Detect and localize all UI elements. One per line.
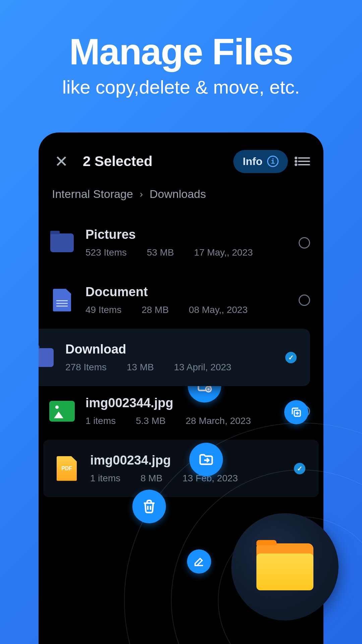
- file-size: 5.3 MB: [136, 416, 166, 426]
- breadcrumb-root[interactable]: Internal Storage: [52, 187, 133, 201]
- list-item[interactable]: Document 49 Items 28 MB 08 May,, 2023: [39, 271, 323, 329]
- file-name: Pictures: [85, 227, 299, 242]
- edit-icon: [193, 555, 205, 568]
- close-button[interactable]: ✕: [52, 149, 71, 173]
- folder-icon: [49, 229, 75, 256]
- folder-icon: [39, 344, 55, 371]
- copy-icon: [290, 406, 302, 418]
- marketing-title: Manage Files: [0, 30, 362, 73]
- selection-count: 2 Selected: [83, 153, 153, 169]
- sort-icon: [298, 157, 310, 159]
- chevron-right-icon: ›: [140, 189, 143, 200]
- file-size: 8 MB: [140, 473, 162, 484]
- breadcrumb[interactable]: Internal Storage › Downloads: [39, 183, 323, 214]
- app-bar: ✕ 2 Selected Info i: [39, 149, 323, 183]
- move-icon: [198, 451, 214, 468]
- checkbox[interactable]: [299, 294, 310, 306]
- file-items: 523 Items: [85, 247, 127, 258]
- file-list: Pictures 523 Items 53 MB 17 May,, 2023 D…: [39, 214, 323, 497]
- checkbox-checked[interactable]: [294, 463, 305, 474]
- file-name: Download: [65, 342, 285, 357]
- file-manager-icon: [256, 543, 313, 590]
- file-items: 1 items: [85, 416, 116, 426]
- file-size: 13 MB: [127, 362, 154, 373]
- copy-button[interactable]: [284, 400, 308, 424]
- trash-icon: [141, 498, 157, 515]
- image-icon: [49, 398, 75, 425]
- list-item[interactable]: Download 278 Items 13 MB 13 April, 2023: [39, 329, 310, 386]
- file-name: img002344.jpg: [85, 396, 299, 410]
- file-name: Document: [85, 285, 299, 299]
- breadcrumb-current[interactable]: Downloads: [149, 187, 206, 201]
- fab-main-button[interactable]: [231, 513, 339, 621]
- list-item[interactable]: PDF img00234.jpg 1 items 8 MB 13 Feb, 20…: [43, 440, 319, 497]
- pdf-icon: PDF: [53, 455, 80, 482]
- file-date: 28 March, 2023: [186, 416, 251, 426]
- marketing-subtitle: like copy,delete & move, etc.: [0, 76, 362, 98]
- file-date: 13 April, 2023: [174, 362, 231, 373]
- info-label: Info: [243, 155, 262, 168]
- document-icon: [49, 287, 75, 314]
- marketing-header: Manage Files like copy,delete & move, et…: [0, 0, 362, 98]
- sort-button[interactable]: [298, 157, 310, 165]
- checkbox-checked[interactable]: [285, 352, 297, 363]
- list-item[interactable]: Pictures 523 Items 53 MB 17 May,, 2023: [39, 214, 323, 271]
- file-date: 08 May,, 2023: [189, 305, 247, 315]
- move-button[interactable]: [189, 443, 223, 476]
- file-date: 17 May,, 2023: [194, 247, 253, 258]
- file-items: 49 Items: [85, 305, 121, 315]
- list-item[interactable]: img002344.jpg 1 items 5.3 MB 28 March, 2…: [39, 382, 323, 440]
- info-button[interactable]: Info i: [233, 150, 288, 173]
- file-size: 28 MB: [141, 305, 169, 315]
- file-items: 278 Items: [65, 362, 107, 373]
- file-size: 53 MB: [147, 247, 174, 258]
- checkbox[interactable]: [299, 237, 310, 249]
- delete-button[interactable]: [132, 490, 166, 523]
- info-icon: i: [267, 156, 279, 167]
- file-items: 1 items: [90, 473, 120, 484]
- rename-button[interactable]: [187, 549, 211, 574]
